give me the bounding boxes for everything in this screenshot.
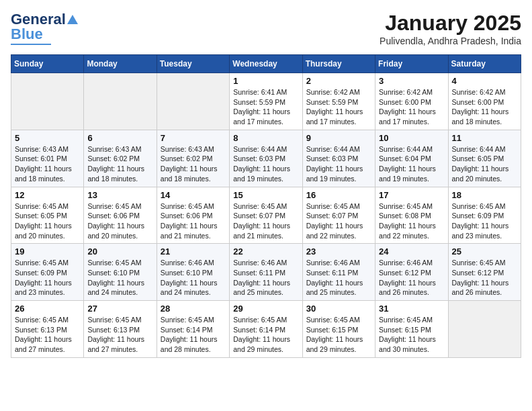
calendar-cell: 3Sunrise: 6:42 AMSunset: 6:00 PMDaylight… [375, 73, 448, 130]
calendar-table: SundayMondayTuesdayWednesdayThursdayFrid… [11, 54, 521, 358]
day-number: 12 [15, 190, 80, 200]
day-info: Sunrise: 6:45 AMSunset: 6:13 PMDaylight:… [87, 315, 152, 355]
day-info: Sunrise: 6:46 AMSunset: 6:12 PMDaylight:… [379, 258, 444, 298]
weekday-header: Saturday [448, 55, 521, 73]
day-info: Sunrise: 6:45 AMSunset: 6:10 PMDaylight:… [87, 258, 152, 298]
calendar-cell: 25Sunrise: 6:45 AMSunset: 6:12 PMDayligh… [448, 244, 521, 301]
calendar-cell: 26Sunrise: 6:45 AMSunset: 6:13 PMDayligh… [11, 301, 84, 358]
calendar-cell: 17Sunrise: 6:45 AMSunset: 6:08 PMDayligh… [375, 187, 448, 244]
calendar-cell [448, 301, 521, 358]
day-info: Sunrise: 6:44 AMSunset: 6:03 PMDaylight:… [233, 144, 298, 184]
day-info: Sunrise: 6:45 AMSunset: 6:14 PMDaylight:… [161, 315, 226, 355]
day-number: 18 [452, 190, 517, 200]
page-header: General Blue January 2025 Pulivendla, An… [11, 11, 521, 46]
day-number: 10 [379, 133, 444, 143]
day-info: Sunrise: 6:46 AMSunset: 6:11 PMDaylight:… [306, 258, 371, 298]
day-number: 16 [306, 190, 371, 200]
calendar-cell: 23Sunrise: 6:46 AMSunset: 6:11 PMDayligh… [302, 244, 375, 301]
calendar-week-row: 26Sunrise: 6:45 AMSunset: 6:13 PMDayligh… [11, 301, 521, 358]
calendar-cell: 18Sunrise: 6:45 AMSunset: 6:09 PMDayligh… [448, 187, 521, 244]
day-info: Sunrise: 6:45 AMSunset: 6:07 PMDaylight:… [233, 201, 298, 241]
day-info: Sunrise: 6:46 AMSunset: 6:10 PMDaylight:… [161, 258, 226, 298]
day-info: Sunrise: 6:44 AMSunset: 6:04 PMDaylight:… [379, 144, 444, 184]
calendar-cell [157, 73, 229, 130]
calendar-cell: 4Sunrise: 6:42 AMSunset: 6:00 PMDaylight… [448, 73, 521, 130]
day-info: Sunrise: 6:44 AMSunset: 6:05 PMDaylight:… [452, 144, 517, 184]
calendar-cell: 19Sunrise: 6:45 AMSunset: 6:09 PMDayligh… [11, 244, 84, 301]
day-info: Sunrise: 6:45 AMSunset: 6:09 PMDaylight:… [452, 201, 517, 241]
day-number: 23 [306, 246, 371, 257]
calendar-cell: 20Sunrise: 6:45 AMSunset: 6:10 PMDayligh… [84, 244, 157, 301]
day-number: 2 [306, 76, 371, 86]
calendar-cell: 27Sunrise: 6:45 AMSunset: 6:13 PMDayligh… [84, 301, 157, 358]
day-number: 17 [379, 190, 444, 200]
calendar-cell: 16Sunrise: 6:45 AMSunset: 6:07 PMDayligh… [302, 187, 375, 244]
calendar-cell: 29Sunrise: 6:45 AMSunset: 6:14 PMDayligh… [230, 301, 302, 358]
day-number: 5 [15, 133, 80, 143]
calendar-cell: 11Sunrise: 6:44 AMSunset: 6:05 PMDayligh… [448, 130, 521, 187]
weekday-header: Sunday [11, 55, 84, 73]
day-info: Sunrise: 6:45 AMSunset: 6:14 PMDaylight:… [233, 315, 298, 355]
weekday-header: Thursday [302, 55, 375, 73]
calendar-week-row: 5Sunrise: 6:43 AMSunset: 6:01 PMDaylight… [11, 130, 521, 187]
day-number: 1 [233, 76, 298, 86]
day-info: Sunrise: 6:45 AMSunset: 6:05 PMDaylight:… [15, 201, 80, 241]
calendar-cell: 7Sunrise: 6:43 AMSunset: 6:02 PMDaylight… [157, 130, 229, 187]
day-number: 13 [87, 190, 152, 200]
weekday-header: Tuesday [157, 55, 229, 73]
calendar-week-row: 12Sunrise: 6:45 AMSunset: 6:05 PMDayligh… [11, 187, 521, 244]
calendar-cell: 14Sunrise: 6:45 AMSunset: 6:06 PMDayligh… [157, 187, 229, 244]
day-info: Sunrise: 6:45 AMSunset: 6:07 PMDaylight:… [306, 201, 371, 241]
day-info: Sunrise: 6:42 AMSunset: 6:00 PMDaylight:… [452, 87, 517, 127]
calendar-cell: 12Sunrise: 6:45 AMSunset: 6:05 PMDayligh… [11, 187, 84, 244]
day-info: Sunrise: 6:43 AMSunset: 6:02 PMDaylight:… [161, 144, 226, 184]
day-number: 24 [379, 246, 444, 257]
calendar-cell: 22Sunrise: 6:46 AMSunset: 6:11 PMDayligh… [230, 244, 302, 301]
day-number: 15 [233, 190, 298, 200]
calendar-subtitle: Pulivendla, Andhra Pradesh, India [380, 36, 521, 46]
day-number: 6 [87, 133, 152, 143]
day-number: 4 [452, 76, 517, 86]
day-number: 14 [161, 190, 226, 200]
calendar-title: January 2025 [380, 11, 521, 36]
day-info: Sunrise: 6:45 AMSunset: 6:13 PMDaylight:… [15, 315, 80, 355]
calendar-cell: 6Sunrise: 6:43 AMSunset: 6:02 PMDaylight… [84, 130, 157, 187]
calendar-cell: 28Sunrise: 6:45 AMSunset: 6:14 PMDayligh… [157, 301, 229, 358]
day-info: Sunrise: 6:42 AMSunset: 5:59 PMDaylight:… [306, 87, 371, 127]
calendar-cell: 2Sunrise: 6:42 AMSunset: 5:59 PMDaylight… [302, 73, 375, 130]
day-info: Sunrise: 6:42 AMSunset: 6:00 PMDaylight:… [379, 87, 444, 127]
calendar-cell [11, 73, 84, 130]
day-info: Sunrise: 6:45 AMSunset: 6:15 PMDaylight:… [306, 315, 371, 355]
day-number: 21 [161, 246, 226, 257]
calendar-cell: 5Sunrise: 6:43 AMSunset: 6:01 PMDaylight… [11, 130, 84, 187]
day-info: Sunrise: 6:41 AMSunset: 5:59 PMDaylight:… [233, 87, 298, 127]
calendar-week-row: 1Sunrise: 6:41 AMSunset: 5:59 PMDaylight… [11, 73, 521, 130]
day-number: 28 [161, 304, 226, 314]
day-number: 8 [233, 133, 298, 143]
calendar-cell: 13Sunrise: 6:45 AMSunset: 6:06 PMDayligh… [84, 187, 157, 244]
day-info: Sunrise: 6:45 AMSunset: 6:06 PMDaylight:… [161, 201, 226, 241]
calendar-cell: 1Sunrise: 6:41 AMSunset: 5:59 PMDaylight… [230, 73, 302, 130]
calendar-cell: 31Sunrise: 6:45 AMSunset: 6:15 PMDayligh… [375, 301, 448, 358]
day-info: Sunrise: 6:44 AMSunset: 6:03 PMDaylight:… [306, 144, 371, 184]
day-number: 20 [87, 246, 152, 257]
weekday-header: Monday [84, 55, 157, 73]
day-info: Sunrise: 6:45 AMSunset: 6:15 PMDaylight:… [379, 315, 444, 355]
logo-underline [11, 44, 51, 45]
day-number: 27 [87, 304, 152, 314]
day-number: 29 [233, 304, 298, 314]
calendar-cell: 30Sunrise: 6:45 AMSunset: 6:15 PMDayligh… [302, 301, 375, 358]
calendar-cell: 24Sunrise: 6:46 AMSunset: 6:12 PMDayligh… [375, 244, 448, 301]
day-number: 26 [15, 304, 80, 314]
day-number: 31 [379, 304, 444, 314]
logo: General Blue [11, 11, 79, 45]
day-info: Sunrise: 6:45 AMSunset: 6:08 PMDaylight:… [379, 201, 444, 241]
day-info: Sunrise: 6:45 AMSunset: 6:06 PMDaylight:… [87, 201, 152, 241]
day-info: Sunrise: 6:43 AMSunset: 6:01 PMDaylight:… [15, 144, 80, 184]
calendar-cell: 10Sunrise: 6:44 AMSunset: 6:04 PMDayligh… [375, 130, 448, 187]
svg-marker-0 [67, 15, 78, 24]
day-number: 30 [306, 304, 371, 314]
logo-icon [66, 13, 79, 26]
day-info: Sunrise: 6:46 AMSunset: 6:11 PMDaylight:… [233, 258, 298, 298]
day-number: 7 [161, 133, 226, 143]
